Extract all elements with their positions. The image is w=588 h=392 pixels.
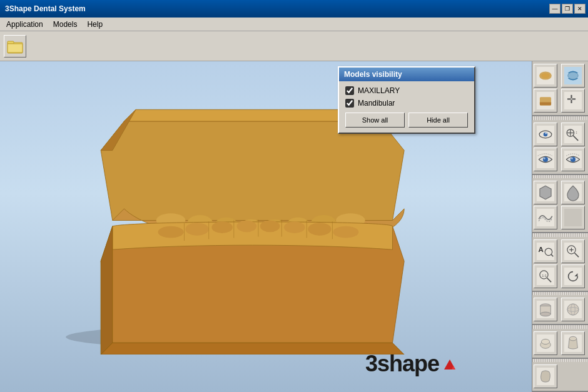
cylinder-view-button[interactable]: [534, 298, 557, 321]
visibility-action-buttons: Show all Hide all: [345, 113, 468, 128]
logo-triangle-icon: [443, 353, 457, 376]
svg-rect-2: [8, 44, 23, 53]
svg-point-56: [543, 156, 548, 161]
show-all-button[interactable]: Show all: [345, 113, 405, 128]
svg-point-18: [158, 226, 184, 238]
eye-view-button[interactable]: [534, 123, 557, 146]
close-button[interactable]: ✕: [574, 4, 585, 14]
svg-point-39: [567, 72, 577, 79]
visibility-panel-title: Models visibility: [339, 68, 474, 81]
eye-right-button[interactable]: [561, 148, 585, 171]
visibility-row-mandibular: Mandibular: [345, 99, 468, 108]
open-folder-button[interactable]: [4, 35, 26, 58]
squiggle-button[interactable]: [534, 206, 557, 229]
svg-text:↕: ↕: [575, 130, 577, 134]
svg-point-91: [541, 339, 549, 344]
window-title: 3Shape Dental System: [3, 4, 86, 13]
rt-section-objects: [532, 295, 588, 325]
menu-models[interactable]: Models: [48, 19, 83, 30]
svg-marker-62: [540, 186, 551, 199]
mandibular-checkbox[interactable]: [345, 99, 354, 108]
maxillary-checkbox[interactable]: [345, 86, 354, 95]
svg-point-60: [570, 157, 572, 159]
tooth-side-button[interactable]: [561, 331, 585, 355]
svg-point-20: [211, 221, 233, 233]
eye-left-button[interactable]: [534, 148, 557, 171]
rt-section-eye: ↕: [532, 120, 588, 175]
title-bar: 3Shape Dental System — ❐ ✕: [0, 0, 588, 18]
tooth-front-button[interactable]: [534, 331, 557, 355]
svg-point-84: [540, 312, 550, 316]
measure-text-button[interactable]: A: [534, 239, 557, 263]
visibility-panel-body: MAXILLARY Mandibular Show all Hide all: [339, 81, 474, 133]
zoom-1-1-button[interactable]: 1:1: [534, 264, 557, 288]
menu-application[interactable]: Application: [1, 19, 48, 30]
svg-point-57: [544, 157, 545, 159]
move-view-button[interactable]: ✛: [561, 89, 585, 113]
reset-view-button[interactable]: [561, 264, 585, 288]
brand-logo: 3shape: [365, 351, 457, 377]
viewport[interactable]: 3shape Models visibility MAXILLARY Mandi…: [0, 61, 532, 392]
rt-section-tooth: [532, 329, 588, 359]
svg-point-59: [570, 156, 575, 161]
zoom-in-button[interactable]: [561, 239, 585, 263]
sphere-view-button[interactable]: [561, 298, 585, 321]
top-view-button[interactable]: [534, 64, 557, 88]
rt-section-views: ✛: [532, 61, 588, 116]
svg-marker-4: [101, 121, 404, 221]
svg-marker-16: [101, 343, 404, 354]
svg-point-93: [569, 336, 577, 341]
right-toolbar: ✛: [532, 61, 588, 392]
svg-text:✛: ✛: [567, 93, 576, 106]
logo-text: 3shape: [365, 351, 439, 377]
svg-rect-1: [8, 41, 14, 44]
main-area: 3shape Models visibility MAXILLARY Mandi…: [0, 61, 588, 392]
mandibular-label: Mandibular: [358, 99, 395, 108]
empty-button: [561, 206, 585, 229]
visibility-row-maxillary: MAXILLARY: [345, 86, 468, 95]
svg-point-19: [185, 223, 208, 236]
menu-bar: Application Models Help: [0, 18, 588, 31]
rt-section-extra: [532, 362, 588, 392]
svg-rect-79: [564, 268, 582, 285]
svg-point-37: [541, 73, 549, 78]
svg-text:A: A: [538, 245, 544, 253]
svg-point-86: [567, 304, 578, 315]
svg-marker-17: [101, 226, 113, 354]
front-view-button[interactable]: [534, 89, 557, 113]
svg-point-24: [308, 223, 331, 236]
menu-help[interactable]: Help: [82, 19, 108, 30]
svg-rect-70: [564, 243, 582, 260]
visibility-panel: Models visibility MAXILLARY Mandibular S…: [338, 66, 475, 134]
svg-point-25: [333, 226, 358, 238]
svg-rect-65: [564, 209, 582, 226]
extra-button[interactable]: [534, 364, 557, 388]
rt-section-measure: A 1:1: [532, 237, 588, 292]
svg-text:1:1: 1:1: [542, 273, 547, 277]
rt-section-shapes: [532, 178, 588, 233]
hex-shape-button[interactable]: [534, 181, 557, 204]
svg-point-48: [545, 133, 547, 134]
drop-shape-button[interactable]: [561, 181, 585, 204]
window-controls: — ❐ ✕: [549, 4, 585, 14]
maxillary-label: MAXILLARY: [358, 86, 400, 95]
zoom-range-button[interactable]: ↕: [561, 123, 585, 146]
svg-point-22: [260, 221, 280, 233]
main-toolbar: [0, 31, 588, 61]
minimize-button[interactable]: —: [549, 4, 560, 14]
rotate-view-button[interactable]: [561, 64, 585, 88]
svg-rect-42: [540, 102, 551, 105]
maximize-button[interactable]: ❐: [562, 4, 573, 14]
hide-all-button[interactable]: Hide all: [408, 113, 468, 128]
svg-point-23: [284, 221, 305, 233]
svg-point-21: [236, 221, 256, 233]
